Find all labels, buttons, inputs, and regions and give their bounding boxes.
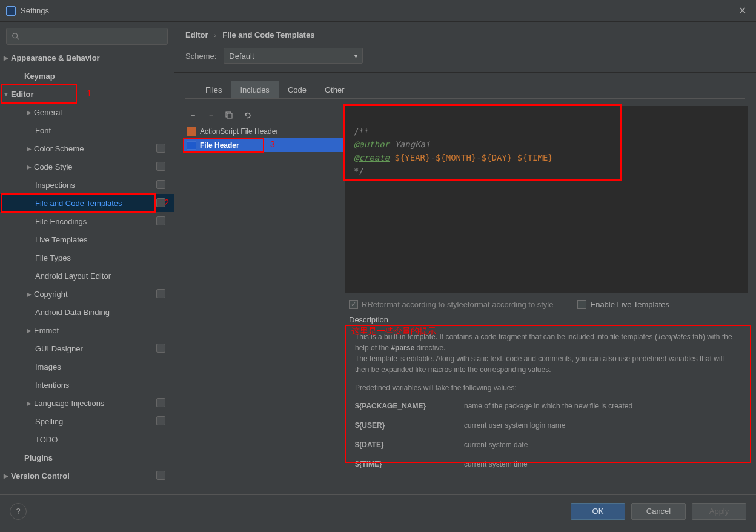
variable-desc: name of the package in which the new fil… <box>464 401 632 411</box>
cancel-button[interactable]: Cancel <box>631 503 686 520</box>
code-var-month: ${MONTH} <box>436 153 476 162</box>
scope-badge-icon <box>156 416 165 425</box>
live-templates-checkbox[interactable]: Enable Live Templates <box>577 300 669 309</box>
sidebar-item-label: Live Templates <box>35 235 87 244</box>
code-line: /** <box>354 127 369 136</box>
reformat-label: eformat according to style <box>463 300 554 309</box>
sidebar-item-label: Android Data Binding <box>35 308 110 317</box>
sidebar-item-label: Editor <box>11 90 34 99</box>
chevron-right-icon: ▶ <box>24 400 34 407</box>
sidebar-item-general[interactable]: ▶General <box>0 103 174 121</box>
sidebar-item-label: Intentions <box>35 381 69 390</box>
svg-point-0 <box>13 33 18 38</box>
sidebar-item-inspections[interactable]: Inspections <box>0 176 174 194</box>
list-toolbar: ＋ － <box>183 106 343 124</box>
search-input[interactable] <box>6 28 168 45</box>
sidebar-item-intentions[interactable]: Intentions <box>0 376 174 394</box>
sidebar-item-label: Color Scheme <box>34 144 84 153</box>
sidebar-item-spelling[interactable]: Spelling <box>0 412 174 430</box>
actionscript-icon <box>187 127 196 136</box>
sidebar-item-images[interactable]: Images <box>0 357 174 376</box>
sidebar-item-appearance-behavior[interactable]: ▶Appearance & Behavior <box>0 48 174 67</box>
tab-other[interactable]: Other <box>316 81 354 98</box>
template-item-file-header[interactable]: File Header3 <box>183 138 343 152</box>
tab-code[interactable]: Code <box>279 81 316 98</box>
sidebar-item-live-templates[interactable]: Live Templates <box>0 230 174 248</box>
sidebar-item-file-encodings[interactable]: File Encodings <box>0 212 174 230</box>
reformat-checkbox[interactable]: RReformat according to style eformat acc… <box>349 300 553 309</box>
breadcrumb-root: Editor <box>185 30 208 39</box>
template-tabs: Files Includes Code Other <box>185 73 745 98</box>
sidebar-item-emmet[interactable]: ▶Emmet <box>0 321 174 339</box>
sidebar-item-copyright[interactable]: ▶Copyright <box>0 285 174 303</box>
sidebar: ▶Appearance & BehaviorKeymap▼Editor1▶Gen… <box>0 22 174 494</box>
close-icon[interactable]: ✕ <box>735 2 750 19</box>
settings-panel: Editor › File and Code Templates Scheme:… <box>174 22 756 494</box>
add-icon[interactable]: ＋ <box>188 110 197 120</box>
sidebar-item-label: File and Code Templates <box>35 199 122 208</box>
live-templates-label: Enable Live Templates <box>590 300 669 309</box>
sidebar-item-label: Plugins <box>24 453 53 462</box>
sidebar-item-label: Code Style <box>34 162 73 171</box>
help-button[interactable]: ? <box>10 503 27 520</box>
annotation-number: 2 <box>164 198 169 207</box>
sidebar-item-label: Emmet <box>34 326 59 335</box>
template-item-actionscript-file-header[interactable]: ActionScript File Header <box>183 124 343 138</box>
chevron-right-icon: ▶ <box>1 473 11 479</box>
sidebar-item-editor[interactable]: ▼Editor1 <box>0 85 174 103</box>
checkbox-icon <box>349 300 358 309</box>
sidebar-item-file-types[interactable]: File Types <box>0 248 174 267</box>
tab-includes[interactable]: Includes <box>231 81 278 98</box>
variable-desc: current system time <box>464 459 528 470</box>
chevron-right-icon: ▶ <box>24 145 34 152</box>
sidebar-item-gui-designer[interactable]: GUI Designer <box>0 339 174 357</box>
code-var-time: ${TIME} <box>517 153 553 162</box>
sidebar-item-android-layout-editor[interactable]: Android Layout Editor <box>0 267 174 285</box>
chevron-right-icon: › <box>214 32 217 39</box>
checkbox-icon <box>577 300 586 309</box>
ok-button[interactable]: OK <box>571 503 625 520</box>
scheme-select[interactable]: Default ▾ <box>224 48 363 64</box>
sidebar-item-label: Copyright <box>34 290 68 299</box>
apply-button[interactable]: Apply <box>692 503 746 520</box>
template-item-label: File Header <box>200 141 239 150</box>
sidebar-item-label: Language Injections <box>34 399 104 408</box>
search-icon <box>12 32 20 41</box>
chevron-right-icon: ▶ <box>24 109 34 116</box>
code-tag-create: @create <box>354 153 390 162</box>
scope-badge-icon <box>156 398 165 407</box>
template-editor[interactable]: /** @author YangKai @create ${YEAR}-${MO… <box>345 106 748 293</box>
sidebar-item-language-injections[interactable]: ▶Language Injections <box>0 394 174 412</box>
copy-icon[interactable] <box>224 110 234 120</box>
scope-badge-icon <box>156 162 165 171</box>
sidebar-item-plugins[interactable]: Plugins <box>0 448 174 467</box>
undo-icon[interactable] <box>242 110 252 120</box>
sidebar-item-file-and-code-templates[interactable]: File and Code Templates2 <box>0 194 174 212</box>
sidebar-item-color-scheme[interactable]: ▶Color Scheme <box>0 139 174 158</box>
svg-rect-3 <box>227 113 232 118</box>
sidebar-item-code-style[interactable]: ▶Code Style <box>0 158 174 176</box>
sidebar-item-label: Spelling <box>35 417 63 426</box>
sidebar-item-label: File Encodings <box>35 217 87 226</box>
chevron-right-icon: ▶ <box>24 327 34 334</box>
scope-badge-icon <box>156 216 165 225</box>
description-text: This is a built-in template. It contains… <box>349 327 744 483</box>
sidebar-item-label: GUI Designer <box>35 344 83 353</box>
sidebar-item-label: Images <box>35 362 61 371</box>
sidebar-item-android-data-binding[interactable]: Android Data Binding <box>0 303 174 321</box>
sidebar-item-keymap[interactable]: Keymap <box>0 67 174 85</box>
variable-name: ${TIME} <box>355 459 440 470</box>
code-var-year: ${YEAR} <box>394 153 430 162</box>
sidebar-item-todo[interactable]: TODO <box>0 430 174 448</box>
scope-badge-icon <box>156 471 165 480</box>
variable-row: ${TIME}current system time <box>355 459 738 470</box>
dialog-footer: ? OK Cancel Apply <box>0 494 756 527</box>
svg-line-1 <box>17 38 19 40</box>
annotation-number: 1 <box>87 88 91 98</box>
sidebar-item-version-control[interactable]: ▶Version Control <box>0 467 174 485</box>
tab-files[interactable]: Files <box>196 81 231 98</box>
remove-icon[interactable]: － <box>206 110 216 120</box>
breadcrumb: Editor › File and Code Templates <box>174 22 756 44</box>
sidebar-item-label: TODO <box>35 435 58 444</box>
sidebar-item-font[interactable]: Font <box>0 121 174 139</box>
